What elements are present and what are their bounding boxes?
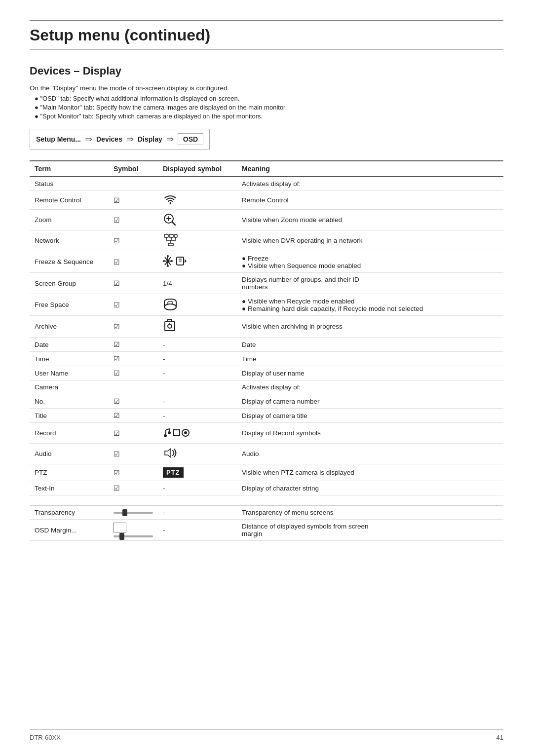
term-zoom: Zoom xyxy=(30,210,109,230)
term-transparency: Transparency xyxy=(30,506,109,520)
displayed-title: - xyxy=(158,409,237,423)
term-archive: Archive xyxy=(30,316,109,338)
table-row: Audio ☑ Audio xyxy=(30,444,503,464)
displayed-remote xyxy=(158,191,237,210)
displayed-zoom xyxy=(158,210,237,230)
svg-point-33 xyxy=(184,431,187,434)
term-date: Date xyxy=(30,338,109,352)
free-space-meaning-2: Remaining hard disk capacity, if Recycle… xyxy=(242,305,498,312)
breadcrumb-osd: OSD xyxy=(178,133,203,145)
term-record: Record xyxy=(30,423,109,444)
symbol-network: ☑ xyxy=(109,230,158,251)
breadcrumb-arrow-2: ⇒ xyxy=(126,134,134,145)
col-header-term: Term xyxy=(30,161,109,177)
page-title: Setup menu (continued) xyxy=(30,20,503,50)
svg-point-27 xyxy=(168,324,172,328)
term-free-space: Free Space xyxy=(30,294,109,316)
svg-line-1 xyxy=(172,222,175,225)
meaning-osd-margin: Distance of displayed symbols from scree… xyxy=(237,520,503,541)
svg-point-25 xyxy=(164,304,176,310)
displayed-no: - xyxy=(158,394,237,409)
svg-rect-6 xyxy=(174,234,177,237)
meaning-ptz: Visible when PTZ camera is displayed xyxy=(237,464,503,481)
bullet-list: "OSD" tab: Specify what additional infor… xyxy=(35,95,503,120)
table-row: Date ☑ - Date xyxy=(30,338,503,352)
meaning-zoom: Visible when Zoom mode enabled xyxy=(237,210,503,230)
displayed-camera xyxy=(158,380,237,394)
displayed-record xyxy=(158,423,237,444)
meaning-time: Time xyxy=(237,352,503,366)
transparency-slider xyxy=(114,512,153,514)
meaning-title: Display of camera title xyxy=(237,409,503,423)
breadcrumb-devices[interactable]: Devices xyxy=(96,135,122,143)
displayed-username: - xyxy=(158,366,237,380)
col-header-symbol: Symbol xyxy=(109,161,158,177)
symbol-ptz: ☑ xyxy=(109,464,158,481)
displayed-ptz: PTZ xyxy=(158,464,237,481)
slider-track-2 xyxy=(114,535,153,537)
term-no: No. xyxy=(30,394,109,409)
table-row: Remote Control ☑ Remote Control xyxy=(30,191,503,210)
wifi-icon xyxy=(163,194,178,205)
svg-point-29 xyxy=(164,434,167,437)
meaning-audio: Audio xyxy=(237,444,503,464)
osd-margin-slider xyxy=(114,535,153,537)
table-row: PTZ ☑ PTZ Visible when PTZ camera is dis… xyxy=(30,464,503,481)
term-remote: Remote Control xyxy=(30,191,109,210)
symbol-osd-margin xyxy=(109,520,158,541)
network-icon xyxy=(163,233,178,246)
symbol-record: ☑ xyxy=(109,423,158,444)
meaning-username: Display of user name xyxy=(237,366,503,380)
meaning-screen-group: Displays number of groups, and their IDn… xyxy=(237,273,503,294)
symbol-transparency xyxy=(109,506,158,520)
zoom-icon xyxy=(163,213,176,226)
page-footer: DTR-60XX 41 xyxy=(30,729,503,741)
term-network: Network xyxy=(30,230,109,251)
meaning-record: Display of Record symbols xyxy=(237,423,503,444)
freespace-icon xyxy=(163,297,178,311)
breadcrumb-display[interactable]: Display xyxy=(138,135,162,143)
slider-thumb-2 xyxy=(119,533,124,540)
table-row: Transparency - Transparency of menu scre… xyxy=(30,506,503,520)
table-row: Archive ☑ Visible when archiving in prog… xyxy=(30,316,503,338)
term-time: Time xyxy=(30,352,109,366)
table-row: Title ☑ - Display of camera title xyxy=(30,409,503,423)
breadcrumb-setup-menu[interactable]: Setup Menu... xyxy=(36,135,81,143)
displayed-status xyxy=(158,177,237,191)
table-row: Camera Activates display of: xyxy=(30,380,503,394)
symbol-status xyxy=(109,177,158,191)
section-title: Devices – Display xyxy=(30,65,503,77)
symbol-free-space: ☑ xyxy=(109,294,158,316)
intro-text: On the "Display" menu the mode of on-scr… xyxy=(30,84,503,92)
symbol-freeze: ☑ xyxy=(109,251,158,273)
displayed-transparency: - xyxy=(158,506,237,520)
ptz-badge: PTZ xyxy=(163,467,184,478)
svg-point-30 xyxy=(168,431,171,434)
table-row: User Name ☑ - Display of user name xyxy=(30,366,503,380)
displayed-freeze xyxy=(158,251,237,273)
table-row: Text-In ☑ - Display of character string xyxy=(30,481,503,495)
record-icon xyxy=(163,426,190,439)
main-table: Term Symbol Displayed symbol Meaning Sta… xyxy=(30,160,503,541)
term-username: User Name xyxy=(30,366,109,380)
meaning-freeze: Freeze Visible when Sequence mode enable… xyxy=(237,251,503,273)
bullet-item-1: "OSD" tab: Specify what additional infor… xyxy=(35,95,503,102)
meaning-date: Date xyxy=(237,338,503,352)
symbol-remote: ☑ xyxy=(109,191,158,210)
displayed-osd-margin: - xyxy=(158,520,237,541)
svg-point-20 xyxy=(171,260,173,262)
symbol-zoom: ☑ xyxy=(109,210,158,230)
freeze-meaning-1: Freeze xyxy=(242,255,498,262)
displayed-screen-group: 1/4 xyxy=(158,273,237,294)
meaning-network: Visible when DVR operating in a network xyxy=(237,230,503,251)
table-row: Freeze & Sequence ☑ xyxy=(30,251,503,273)
slider-thumb xyxy=(122,509,127,516)
col-header-meaning: Meaning xyxy=(237,161,503,177)
term-textin: Text-In xyxy=(30,481,109,495)
term-camera: Camera xyxy=(30,380,109,394)
bullet-item-3: "Spot Monitor" tab: Specify which camera… xyxy=(35,113,503,120)
symbol-time: ☑ xyxy=(109,352,158,366)
meaning-archive: Visible when archiving in progress xyxy=(237,316,503,338)
symbol-camera xyxy=(109,380,158,394)
symbol-screen-group: ☑ xyxy=(109,273,158,294)
